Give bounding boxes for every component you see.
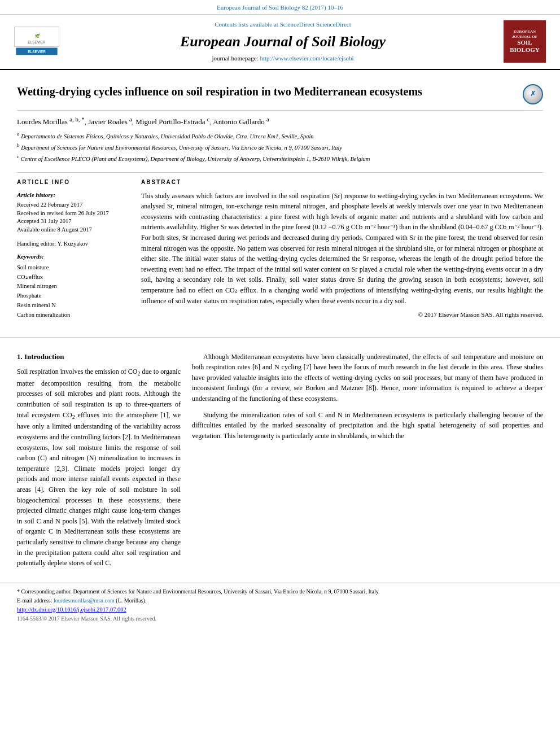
corresponding-note: * Corresponding author. Department of Sc… [17,588,543,596]
doi-link[interactable]: http://dx.doi.org/10.1016/j.ejsobi.2017.… [17,606,126,613]
intro-right-col: Although Mediterranean ecosystems have b… [192,352,543,574]
svg-text:ELSEVIER: ELSEVIER [28,41,46,45]
article-title: Wetting-drying cycles influence on soil … [17,84,422,99]
footnotes-section: * Corresponding author. Department of Sc… [0,583,560,628]
journal-banner: European Journal of Soil Biology 82 (201… [0,0,560,15]
keywords-title: Keywords: [17,252,130,261]
affiliations: a Departamento de Sistemas Físicos, Quím… [17,130,543,164]
author-roales: Javier Roales a, [88,117,135,126]
handling-editor: Handling editor: Y. Kuzyakov [17,240,130,248]
author-portillo: Miguel Portillo-Estrada c, [135,117,213,126]
main-body: 1. Introduction Soil respiration involve… [0,343,560,583]
accepted-date: Accepted 31 July 2017 [17,217,130,226]
authors-line: Lourdes Morillas a, b, *, Javier Roales … [17,115,543,128]
issn-line: 1164-5563/© 2017 Elsevier Masson SAS. Al… [17,615,543,623]
affiliation-c: c Centre of Excellence PLECO (Plant and … [17,153,543,163]
journal-header: 🌿 ELSEVIER ELSEVIER Contents lists avail… [0,15,560,69]
keywords-section: Keywords: Soil moisture CO₂ efflux Miner… [17,252,130,320]
affiliation-b: b Department of Sciences for Nature and … [17,142,543,152]
journal-title-section: Contents lists available at ScienceDirec… [62,20,504,63]
copyright-line: © 2017 Elsevier Masson SAS. All rights r… [141,311,543,319]
svg-text:ELSEVIER: ELSEVIER [28,50,46,54]
article-content: Wetting-drying cycles influence on soil … [0,70,560,331]
available-date: Available online 8 August 2017 [17,226,130,234]
history-title: Article history: [17,191,130,199]
abstract-label: ABSTRACT [141,178,543,186]
received-date: Received 22 February 2017 [17,201,130,209]
intro-paragraph-3: Studying the mineralization rates of soi… [192,410,543,442]
article-history: Article history: Received 22 February 20… [17,191,130,234]
keyword-carbon: Carbon mineralization [17,311,130,320]
elsevier-logo-section: 🌿 ELSEVIER ELSEVIER [11,26,62,57]
homepage-link[interactable]: http://www.elsevier.com/locate/ejsobi [260,55,353,62]
affiliation-a: a Departamento de Sistemas Físicos, Quím… [17,130,543,141]
sciencedirect-text: Contents lists available at ScienceDirec… [73,20,492,29]
crossmark-badge[interactable]: ✗ [523,84,543,104]
keyword-phosphate: Phosphate [17,291,130,301]
elsevier-logo-icon: 🌿 ELSEVIER ELSEVIER [11,26,62,57]
intro-heading: 1. Introduction [17,352,181,362]
abstract-text: This study assesses which factors are in… [141,191,543,307]
author-morillas: Lourdes Morillas a, b, *, [17,117,88,126]
article-info-label: ARTICLE INFO [17,178,130,186]
author-gallardo: Antonio Gallardo a [213,117,269,126]
intro-paragraph-2: Although Mediterranean ecosystems have b… [192,352,543,404]
journal-badge-section: EUROPEAN JOURNAL OF SOIL BIOLOGY [504,20,549,63]
keyword-co2: CO₂ efflux [17,273,130,282]
article-title-section: Wetting-drying cycles influence on soil … [17,76,543,111]
article-info-col: ARTICLE INFO Article history: Received 2… [17,178,130,320]
doi-line: http://dx.doi.org/10.1016/j.ejsobi.2017.… [17,606,543,614]
svg-text:🌿: 🌿 [34,34,41,39]
revised-date: Received in revised form 26 July 2017 [17,209,130,218]
journal-homepage: journal homepage: http://www.elsevier.co… [73,54,492,63]
intro-left-col: 1. Introduction Soil respiration involve… [17,352,181,574]
info-abstract-section: ARTICLE INFO Article history: Received 2… [17,172,543,326]
journal-badge: EUROPEAN JOURNAL OF SOIL BIOLOGY [504,20,546,63]
journal-banner-text: European Journal of Soil Biology 82 (201… [217,4,343,11]
email-note: E-mail address: lourdesmorillas@msn.com … [17,597,543,605]
journal-title: European Journal of Soil Biology [73,32,492,52]
email-link[interactable]: lourdesmorillas@msn.com [54,597,115,604]
section-divider [0,337,560,338]
intro-paragraph-1: Soil respiration involves the emission o… [17,366,181,569]
keyword-resin-n: Resin mineral N [17,301,130,311]
keyword-soil-moisture: Soil moisture [17,263,130,273]
keyword-mineral-n: Mineral nitrogen [17,282,130,291]
abstract-col: ABSTRACT This study assesses which facto… [141,178,543,320]
authors-section: Lourdes Morillas a, b, *, Javier Roales … [17,111,543,169]
